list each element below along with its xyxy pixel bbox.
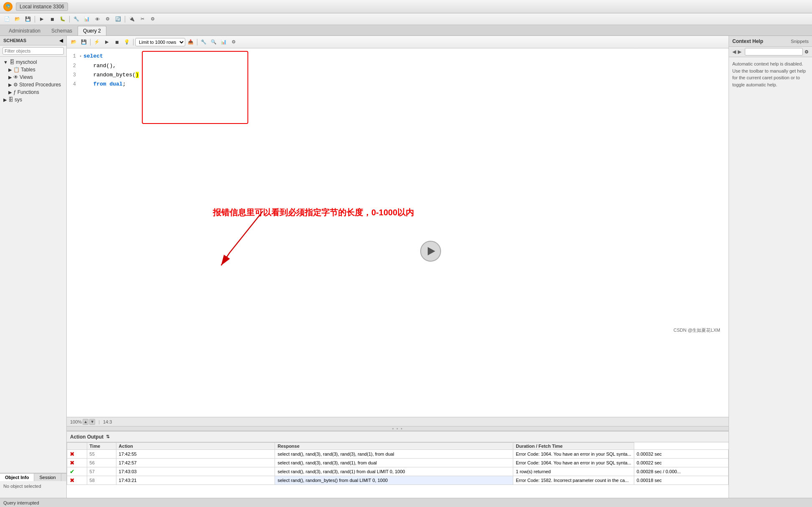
help-text: Automatic context help is disabled. Use … xyxy=(732,61,806,87)
col-time-header: Time xyxy=(87,443,116,450)
refresh-btn[interactable]: 🔄 xyxy=(113,15,123,24)
tree-stored-procedures[interactable]: ▶ ⚙ Stored Procedures xyxy=(0,81,66,88)
import-btn[interactable]: 📥 xyxy=(186,38,195,47)
output-title: Action Output xyxy=(70,434,103,440)
author-label: CSDN @生如夏花LXM xyxy=(673,327,720,333)
stop-query-btn[interactable]: ⏹ xyxy=(112,38,121,47)
response-cell: Error Code: 1582. Incorrect parameter co… xyxy=(513,476,634,485)
sidebar-tree: ▼ 🗄 myschool ▶ 📋 Tables ▶ 👁 Views ▶ ⚙ St… xyxy=(0,57,66,473)
bottom-tabs: Object Info Session xyxy=(0,473,66,481)
error-icon: ✖ xyxy=(70,451,75,457)
time-cell: 17:42:57 xyxy=(116,459,275,467)
expand-icon: ▼ xyxy=(3,60,8,65)
zoom-up-btn[interactable]: ▲ xyxy=(83,419,88,425)
editor-line-4: 4 from dual; xyxy=(67,80,729,89)
sp-label: Stored Procedures xyxy=(19,82,61,88)
right-panel-header: Context Help Snippets xyxy=(729,36,812,47)
sys-icon: 🗄 xyxy=(8,97,13,103)
tree-tables[interactable]: ▶ 📋 Tables xyxy=(0,66,66,73)
table-header-row: Time Action Response Duration / Fetch Ti… xyxy=(67,443,729,450)
search-input[interactable] xyxy=(3,47,64,55)
no-object-label: No object selected xyxy=(3,484,41,489)
output-sort-icon[interactable]: ⇅ xyxy=(106,434,110,439)
drag-handle[interactable]: • • • xyxy=(67,426,729,431)
sep1 xyxy=(35,16,35,23)
format-btn[interactable]: 🔧 xyxy=(199,38,208,47)
col-response-header: Response xyxy=(275,443,513,450)
table-btn[interactable]: 📊 xyxy=(82,15,91,24)
new-file-btn[interactable]: 📄 xyxy=(3,15,12,24)
zoom-value: 100% xyxy=(70,419,82,424)
status-cell: ✔ xyxy=(67,467,87,476)
schema-btn[interactable]: 🔧 xyxy=(72,15,81,24)
run-query-btn[interactable]: ⚡ xyxy=(92,38,101,47)
context-help-content: Automatic context help is disabled. Use … xyxy=(729,57,812,498)
save-query-btn[interactable]: 💾 xyxy=(79,38,88,47)
tree-views[interactable]: ▶ 👁 Views xyxy=(0,73,66,81)
sidebar: SCHEMAS ◀ ▼ 🗄 myschool ▶ 📋 Tables ▶ 👁 Vi… xyxy=(0,36,67,498)
tab-object-info[interactable]: Object Info xyxy=(0,474,34,481)
sidebar-toggle-btn[interactable]: ◀ xyxy=(59,38,63,43)
output-toolbar: Action Output ⇅ xyxy=(67,431,729,442)
config-btn[interactable]: ⚙ xyxy=(229,38,238,47)
proc-btn[interactable]: ⚙ xyxy=(103,15,112,24)
run-selection-btn[interactable]: ▶ xyxy=(102,38,111,47)
tab-schemas[interactable]: Schemas xyxy=(46,26,78,35)
error-icon: ✖ xyxy=(70,477,75,484)
col-status-header xyxy=(67,443,87,450)
action-cell: select rand(), rand(3), rand(3), rand(1)… xyxy=(275,467,513,476)
disconnect-btn[interactable]: ✂ xyxy=(138,15,147,24)
snippets-label: Snippets xyxy=(791,39,809,44)
explain-btn[interactable]: 💡 xyxy=(122,38,131,47)
fn-label: Functions xyxy=(18,89,39,95)
connect-btn[interactable]: 🔌 xyxy=(127,15,136,24)
tab-session[interactable]: Session xyxy=(34,474,61,481)
save-btn[interactable]: 💾 xyxy=(23,15,33,24)
nav-next-btn[interactable]: ▶ xyxy=(738,49,741,55)
status-cell: ✖ xyxy=(67,450,87,459)
line-num-1: 1 xyxy=(67,52,79,61)
time-cell: 17:42:55 xyxy=(116,450,275,459)
main-toolbar: 📄 📂 💾 ▶ ⏹ 🐛 🔧 📊 👁 ⚙ 🔄 🔌 ✂ ⚙ xyxy=(0,13,812,25)
duration-cell: 0.00018 sec xyxy=(634,476,728,485)
table-row: ✖5617:42:57select rand(), rand(3), rand(… xyxy=(67,459,729,467)
editor-content[interactable]: 1 • select 2 rand(), 3 random_bytes() 4 xyxy=(67,48,729,417)
top-bar: 🐬 Local instance 3306 xyxy=(0,0,812,13)
open-query-btn[interactable]: 📂 xyxy=(69,38,78,47)
line-num-4: 4 xyxy=(67,80,79,89)
editor-area[interactable]: 1 • select 2 rand(), 3 random_bytes() 4 xyxy=(67,48,729,417)
output-area: Action Output ⇅ Time Action Response Dur… xyxy=(67,431,729,498)
limit-rows-select[interactable]: Limit to 1000 rows No limit Limit to 500… xyxy=(135,38,185,46)
play-button[interactable] xyxy=(420,241,441,262)
context-help-title: Context Help xyxy=(732,38,763,44)
status-cell: ✖ xyxy=(67,459,87,467)
window-title: Local instance 3306 xyxy=(16,3,68,11)
duration-cell: 0.00032 sec xyxy=(634,450,728,459)
line-code-1: select xyxy=(83,52,729,61)
schema-myschool[interactable]: ▼ 🗄 myschool xyxy=(0,58,66,66)
right-panel: Context Help Snippets ◀ ▶ ⚙ Automatic co… xyxy=(729,36,812,498)
settings-btn[interactable]: ⚙ xyxy=(148,15,157,24)
auto-help-icon[interactable]: ⚙ xyxy=(804,49,809,55)
row-num-cell: 57 xyxy=(87,467,116,476)
tab-bar: Administration Schemas Query 2 xyxy=(0,25,812,36)
toggle-btn[interactable]: 📊 xyxy=(219,38,228,47)
open-file-btn[interactable]: 📂 xyxy=(13,15,22,24)
find-btn[interactable]: 🔍 xyxy=(209,38,218,47)
run-btn[interactable]: ▶ xyxy=(37,15,46,24)
col-duration-header: Duration / Fetch Time xyxy=(513,443,634,450)
view-btn[interactable]: 👁 xyxy=(93,15,102,24)
expand-icon-views: ▶ xyxy=(8,75,12,80)
debug-btn[interactable]: 🐛 xyxy=(58,15,67,24)
status-cell: ✖ xyxy=(67,476,87,485)
stop-btn[interactable]: ⏹ xyxy=(48,15,57,24)
sidebar-header: SCHEMAS ◀ xyxy=(0,36,66,45)
tab-query2[interactable]: Query 2 xyxy=(78,26,106,35)
nav-prev-btn[interactable]: ◀ xyxy=(732,49,736,55)
sep3 xyxy=(125,16,125,23)
schema-sys[interactable]: ▶ 🗄 sys xyxy=(0,96,66,103)
zoom-down-btn[interactable]: ▼ xyxy=(89,419,95,425)
tree-functions[interactable]: ▶ ƒ Functions xyxy=(0,88,66,96)
line-code-2: rand(), xyxy=(83,61,729,71)
tab-administration[interactable]: Administration xyxy=(3,26,46,35)
